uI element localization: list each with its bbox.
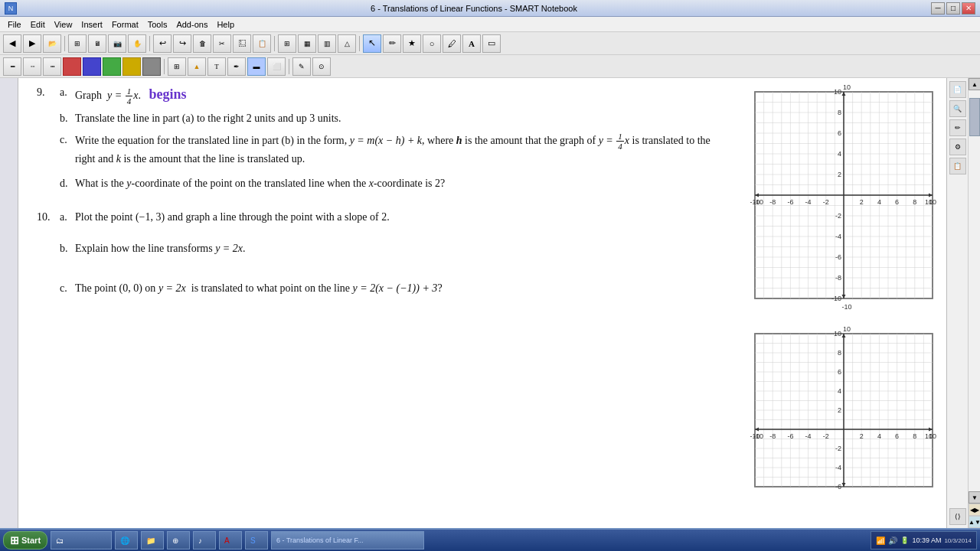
expand-right-button[interactable]: ▲▼	[969, 516, 980, 528]
minimize-button[interactable]: ─	[931, 2, 945, 15]
menu-addons[interactable]: Add-ons	[172, 19, 212, 30]
problem-10b-label: b.	[60, 240, 75, 257]
col-button[interactable]: ▥	[318, 34, 336, 53]
menu-bar: File Edit View Insert Format Tools Add-o…	[0, 17, 980, 32]
taskbar-winamp[interactable]: ♪	[193, 531, 216, 549]
problem-10-parts: a. Plot the point (−1, 3) and graph a li…	[60, 209, 715, 302]
taskbar-ie[interactable]: 🌐	[115, 531, 138, 549]
taskbar-notebook[interactable]: 6 - Translations of Linear F...	[271, 531, 424, 549]
maximize-button[interactable]: □	[946, 2, 960, 15]
expand-left-button[interactable]: ◀▶	[969, 504, 980, 516]
menu-help[interactable]: Help	[212, 19, 239, 30]
window-controls: ─ □ ✕	[931, 2, 975, 15]
scroll-thumb[interactable]	[969, 98, 980, 136]
menu-view[interactable]: View	[50, 19, 77, 30]
line-color4[interactable]	[122, 57, 141, 76]
display-button[interactable]: ⊞	[68, 34, 87, 53]
text-tool[interactable]: A	[462, 34, 481, 53]
right-panel: 📄 🔍 ✏ ⚙ 📋 ⟨⟩	[946, 78, 968, 528]
page-content: 9. a. Graph y = 14x. begins b.	[18, 78, 727, 528]
circle-tool[interactable]: ○	[423, 34, 441, 53]
screen-button[interactable]: 🖥	[88, 34, 106, 53]
graph-1-container	[733, 84, 940, 317]
scroll-down-button[interactable]: ▼	[969, 491, 980, 504]
window-title: 6 - Translations of Linear Functions - S…	[17, 4, 931, 13]
fill-tool[interactable]: ▲	[188, 57, 206, 76]
back-button[interactable]: ◀	[3, 34, 21, 53]
eraser-tool[interactable]: ▭	[482, 34, 501, 53]
eraser2-tool[interactable]: ⬜	[267, 57, 286, 76]
x-coord-text: x	[369, 178, 374, 189]
clock-display: 10:39 AM	[912, 536, 941, 544]
shape-button[interactable]: △	[338, 34, 356, 53]
start-button[interactable]: ⊞ Start	[3, 531, 47, 549]
grid-tool[interactable]: ⊞	[168, 57, 186, 76]
taskbar-acrobat[interactable]: A	[219, 531, 242, 549]
pen-tool[interactable]: ✏	[383, 34, 401, 53]
separator5	[164, 59, 165, 74]
rp-icon-2[interactable]: 🔍	[949, 100, 966, 117]
undo-button[interactable]: ↩	[153, 34, 172, 53]
close-button[interactable]: ✕	[962, 2, 975, 15]
line-style2[interactable]: ╌	[23, 57, 41, 76]
separator2	[149, 36, 150, 51]
menu-insert[interactable]: Insert	[77, 19, 107, 30]
separator4	[359, 36, 360, 51]
cut-button[interactable]: ✂	[213, 34, 231, 53]
problem-10c-label: c.	[60, 280, 75, 297]
capture-button[interactable]: 📷	[108, 34, 126, 53]
line-style1[interactable]: ━	[3, 57, 21, 76]
line-color2[interactable]	[83, 57, 101, 76]
open-button[interactable]: 📂	[43, 34, 61, 53]
pencil-tool[interactable]: ✒	[227, 57, 246, 76]
text2-tool[interactable]: T	[207, 57, 226, 76]
menu-edit[interactable]: Edit	[26, 19, 50, 30]
problem-10c-content: The point (0, 0) on y = 2x is translated…	[75, 280, 715, 297]
problem-9a-label: a.	[60, 84, 75, 106]
select-tool[interactable]: ↖	[363, 34, 381, 53]
compass-tool[interactable]: ⊙	[312, 57, 331, 76]
taskbar-folder[interactable]: 📁	[141, 531, 164, 549]
delete-button[interactable]: 🗑	[193, 34, 211, 53]
h-variable: h	[456, 135, 462, 146]
menu-file[interactable]: File	[3, 19, 26, 30]
line-style3[interactable]: ┅	[43, 57, 61, 76]
toolbar-drawing: ━ ╌ ┅ ⊞ ▲ T ✒ ▬ ⬜ ✎ ⊙	[0, 55, 980, 78]
taskbar-explorer[interactable]: 🗂	[51, 531, 112, 549]
fraction-1-4b: 14	[616, 132, 624, 151]
network-icon: 📶	[876, 536, 885, 545]
graph-2-canvas	[733, 326, 940, 502]
forward-button[interactable]: ▶	[23, 34, 41, 53]
copy-button[interactable]: ⿺	[233, 34, 251, 53]
line-color3[interactable]	[103, 57, 121, 76]
scroll-track	[969, 90, 980, 491]
scroll-up-button[interactable]: ▲	[969, 78, 980, 90]
line-color1[interactable]	[63, 57, 81, 76]
problem-9-parts: a. Graph y = 14x. begins b. Translate th…	[60, 84, 715, 197]
taskbar-chrome[interactable]: ⊕	[167, 531, 190, 549]
rp-icon-1[interactable]: 📄	[949, 81, 966, 98]
menu-tools[interactable]: Tools	[143, 19, 172, 30]
highlight-tool[interactable]: ▬	[247, 57, 266, 76]
expand-toggle[interactable]: ⟨⟩	[949, 508, 966, 525]
problem-9b-label: b.	[60, 110, 75, 127]
star-tool[interactable]: ★	[403, 34, 421, 53]
menu-format[interactable]: Format	[107, 19, 143, 30]
tool1[interactable]: ✋	[128, 34, 146, 53]
problem-9c-label: c.	[60, 132, 75, 168]
rp-icon-5[interactable]: 📋	[949, 158, 966, 174]
paste-button[interactable]: 📋	[253, 34, 271, 53]
pen2-tool[interactable]: 🖊	[443, 34, 461, 53]
taskbar-smart[interactable]: S	[245, 531, 268, 549]
rp-icon-4[interactable]: ⚙	[949, 139, 966, 155]
y-coord-text: y	[126, 178, 131, 189]
grid-insert[interactable]: ⊞	[278, 34, 296, 53]
problem-10: 10. a. Plot the point (−1, 3) and graph …	[37, 209, 715, 302]
redo-button[interactable]: ↪	[173, 34, 191, 53]
pen3-tool[interactable]: ✎	[292, 57, 311, 76]
table-button[interactable]: ▦	[298, 34, 316, 53]
problem-10a: a. Plot the point (−1, 3) and graph a li…	[60, 209, 715, 226]
rp-icon-3[interactable]: ✏	[949, 119, 966, 136]
toolbar-navigation: ◀ ▶ 📂 ⊞ 🖥 📷 ✋ ↩ ↪ 🗑 ✂ ⿺ 📋 ⊞ ▦ ▥ △ ↖ ✏ ★ …	[0, 32, 980, 55]
line-color5[interactable]	[142, 57, 161, 76]
